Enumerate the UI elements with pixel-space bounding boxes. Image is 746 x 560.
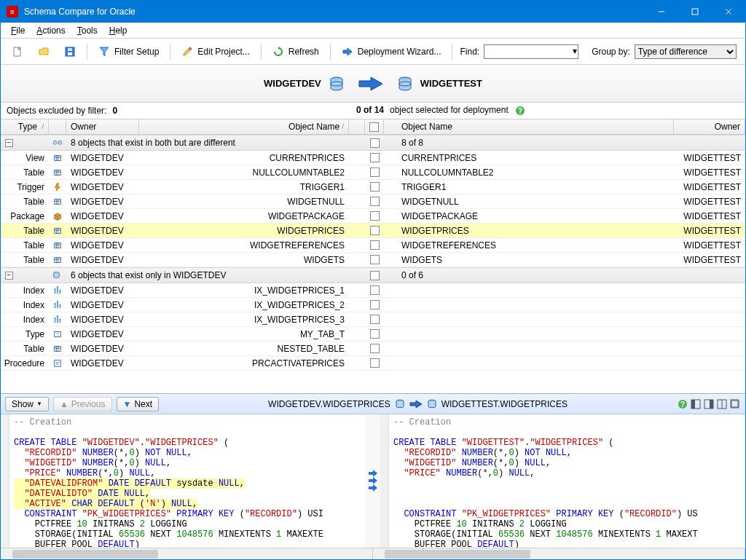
table-row[interactable]: PackageWIDGETDEVWIDGETPACKAGEWIDGETPACKA… (1, 209, 745, 224)
close-button[interactable] (712, 1, 745, 23)
minimize-button[interactable] (645, 1, 678, 23)
db-diff-icon: ≠ (53, 138, 62, 148)
table-row[interactable]: TypeTWIDGETDEVMY_TAB_T (1, 327, 745, 342)
col-type[interactable]: Type / (1, 119, 49, 134)
row-checkbox[interactable] (370, 285, 380, 295)
help-icon[interactable]: ? (514, 105, 526, 117)
col-owner[interactable]: Owner (66, 119, 139, 134)
row-checkbox[interactable] (370, 197, 380, 206)
grid-header: Type / Owner Object Name / Object Name O… (1, 119, 745, 135)
target-db: WIDGETTEST (397, 76, 482, 92)
maximize-panel-icon[interactable] (729, 398, 741, 410)
svg-rect-25 (55, 199, 61, 204)
filter-setup-button[interactable]: Filter Setup (92, 42, 165, 61)
new-button[interactable] (5, 42, 30, 61)
type-icon (49, 255, 66, 265)
sql-left-pane[interactable]: -- Creation CREATE TABLE "WIDGETDEV"."WI… (1, 414, 366, 548)
row-checkbox[interactable] (370, 300, 380, 309)
svg-point-48 (54, 318, 56, 320)
row-checkbox[interactable] (370, 211, 380, 221)
maximize-button[interactable] (678, 1, 712, 23)
col-checkbox-header[interactable] (365, 119, 384, 134)
find-input[interactable] (484, 44, 578, 59)
row-checkbox[interactable] (370, 358, 380, 368)
table-row[interactable]: TriggerWIDGETDEVTRIGGER1TRIGGER1WIDGETTE… (1, 180, 745, 194)
svg-point-50 (59, 318, 61, 320)
source-name: WIDGETDEV (264, 78, 321, 89)
group-checkbox[interactable] (370, 271, 380, 280)
arrow-right-icon (342, 46, 353, 58)
panel-both-icon[interactable] (716, 398, 728, 410)
type-icon (49, 315, 66, 325)
table-row[interactable]: IndexWIDGETDEVIX_WIDGETPRICES_3 (1, 312, 745, 327)
dropdown-icon[interactable]: ▾ (573, 46, 577, 56)
panel-right-icon[interactable] (703, 398, 715, 410)
svg-rect-1 (692, 9, 698, 15)
col-objname2[interactable]: Object Name (384, 119, 674, 134)
database-icon (427, 399, 437, 409)
row-checkbox[interactable] (370, 344, 380, 353)
diff-arrows (366, 414, 380, 548)
col-objname[interactable]: Object Name / (139, 119, 349, 134)
menu-tools[interactable]: Tools (71, 24, 103, 37)
row-checkbox[interactable] (370, 240, 380, 250)
panel-left-icon[interactable] (690, 398, 702, 410)
row-checkbox[interactable] (370, 226, 380, 235)
next-button[interactable]: ▼Next (117, 397, 160, 411)
type-icon (49, 153, 66, 163)
menu-actions[interactable]: Actions (31, 24, 71, 37)
menu-file[interactable]: File (5, 24, 31, 37)
db-header: WIDGETDEV WIDGETTEST (1, 65, 745, 103)
group-source-label: 6 objects that exist only in WIDGETDEV (66, 270, 349, 280)
group-row-source-only[interactable]: − 6 objects that exist only in WIDGETDEV… (1, 267, 745, 283)
previous-button[interactable]: ▲Previous (53, 397, 112, 411)
source-db: WIDGETDEV (264, 76, 345, 92)
edit-project-button[interactable]: Edit Project... (175, 42, 256, 61)
database-icon (395, 399, 405, 409)
save-button[interactable] (58, 42, 82, 61)
collapse-icon[interactable]: − (5, 272, 13, 280)
deploy-button[interactable]: Deployment Wizard... (335, 42, 448, 61)
svg-point-42 (54, 288, 56, 291)
type-icon (49, 285, 66, 296)
menu-help[interactable]: Help (103, 24, 133, 37)
row-checkbox[interactable] (370, 255, 380, 264)
open-button[interactable] (31, 42, 56, 61)
sql-right-code: -- Creation CREATE TABLE "WIDGETTEST"."W… (389, 414, 702, 548)
group-row-both[interactable]: − ≠ 8 objects that exist in both but are… (1, 135, 745, 151)
horizontal-scrollbar[interactable] (1, 548, 745, 559)
arrow-down-icon: ▼ (123, 399, 132, 409)
col-owner2[interactable]: Owner (674, 119, 745, 134)
help-icon[interactable]: ? (677, 398, 688, 410)
table-row[interactable]: TableWIDGETDEVNULLCOLUMNTABLE2NULLCOLUMN… (1, 165, 745, 180)
row-checkbox[interactable] (370, 153, 380, 162)
table-row[interactable]: ViewWIDGETDEVCURRENTPRICESCURRENTPRICESW… (1, 151, 745, 165)
table-row[interactable]: TableWIDGETDEVWIDGETPRICESWIDGETPRICESWI… (1, 224, 745, 238)
type-icon (49, 240, 66, 251)
row-checkbox[interactable] (370, 315, 380, 324)
row-checkbox[interactable] (370, 329, 380, 339)
table-row[interactable]: TableWIDGETDEVNESTED_TABLE (1, 342, 745, 356)
table-row[interactable]: TableWIDGETDEVWIDGETREFERENCESWIDGETREFE… (1, 238, 745, 253)
table-row[interactable]: IndexWIDGETDEVIX_WIDGETPRICES_2 (1, 298, 745, 312)
folder-open-icon (38, 46, 50, 58)
show-button[interactable]: Show ▼ (5, 397, 49, 411)
groupby-select[interactable]: Type of difference (635, 44, 737, 59)
titlebar: ≡ Schema Compare for Oracle (1, 1, 745, 23)
table-row[interactable]: ProcedureWIDGETDEVPRCACTIVATEPRICES (1, 356, 745, 371)
row-checkbox[interactable] (370, 167, 380, 177)
table-row[interactable]: IndexWIDGETDEVIX_WIDGETPRICES_1 (1, 283, 745, 298)
row-checkbox[interactable] (370, 182, 380, 192)
svg-point-47 (59, 304, 61, 306)
table-row[interactable]: TableWIDGETDEVWIDGETSWIDGETSWIDGETTEST (1, 253, 745, 267)
collapse-icon[interactable]: − (5, 139, 13, 147)
svg-point-44 (59, 289, 61, 291)
sql-right-pane[interactable]: -- Creation CREATE TABLE "WIDGETTEST"."W… (380, 414, 745, 548)
group-checkbox[interactable] (370, 138, 380, 148)
menubar: File Actions Tools Help (1, 23, 745, 39)
refresh-button[interactable]: Refresh (266, 42, 326, 61)
arrow-right-icon (409, 400, 423, 409)
table-row[interactable]: TableWIDGETDEVWIDGETNULLWIDGETNULLWIDGET… (1, 194, 745, 209)
groupby-label: Group by: (589, 47, 633, 57)
svg-rect-37 (55, 257, 61, 262)
